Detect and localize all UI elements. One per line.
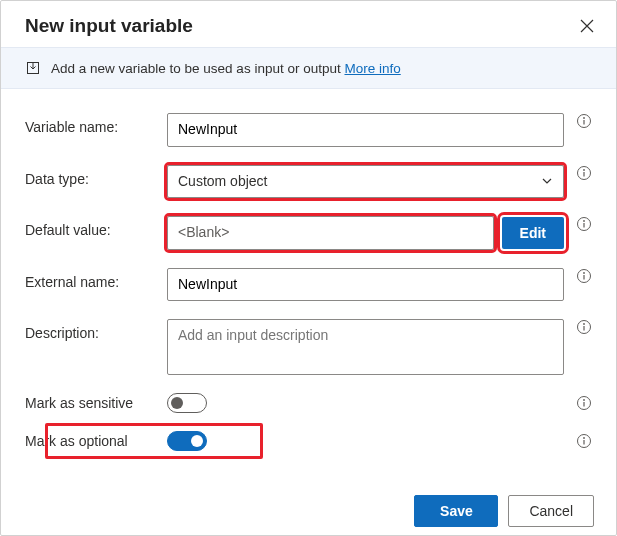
toggle-knob xyxy=(171,397,183,409)
svg-rect-9 xyxy=(583,223,584,228)
info-icon xyxy=(576,433,592,449)
dialog-footer: Save Cancel xyxy=(1,479,616,536)
svg-point-20 xyxy=(583,437,585,439)
row-variable-name: Variable name: xyxy=(25,113,592,147)
mark-optional-toggle[interactable] xyxy=(167,431,207,451)
info-icon xyxy=(576,395,592,411)
description-input[interactable] xyxy=(167,319,564,375)
svg-point-8 xyxy=(583,220,585,222)
variable-name-input[interactable] xyxy=(167,113,564,147)
row-description: Description: xyxy=(25,319,592,375)
svg-point-11 xyxy=(583,272,585,274)
info-icon xyxy=(576,165,592,181)
dialog-form: Variable name: Data type: Custom object xyxy=(1,89,616,479)
close-icon xyxy=(580,19,594,33)
new-input-variable-dialog: New input variable Add a new variable to… xyxy=(0,0,617,536)
external-name-label: External name: xyxy=(25,268,155,290)
external-name-input[interactable] xyxy=(167,268,564,302)
description-info-button[interactable] xyxy=(576,319,592,335)
variable-icon xyxy=(25,60,41,76)
data-type-info-button[interactable] xyxy=(576,165,592,181)
svg-rect-3 xyxy=(583,120,584,125)
info-icon xyxy=(576,319,592,335)
info-icon xyxy=(576,268,592,284)
svg-rect-6 xyxy=(583,172,584,177)
toggle-knob xyxy=(191,435,203,447)
mark-optional-info-button[interactable] xyxy=(576,433,592,449)
external-name-info-button[interactable] xyxy=(576,268,592,284)
svg-point-5 xyxy=(583,169,585,171)
default-value-info-button[interactable] xyxy=(576,216,592,232)
data-type-select[interactable]: Custom object xyxy=(167,165,564,199)
svg-point-14 xyxy=(583,323,585,325)
info-icon xyxy=(576,113,592,129)
mark-sensitive-label: Mark as sensitive xyxy=(25,395,167,411)
mark-sensitive-toggle[interactable] xyxy=(167,393,207,413)
mark-sensitive-info-button[interactable] xyxy=(576,395,592,411)
row-data-type: Data type: Custom object xyxy=(25,165,592,199)
svg-rect-12 xyxy=(583,275,584,280)
close-button[interactable] xyxy=(576,15,598,37)
info-bar-text: Add a new variable to be used as input o… xyxy=(51,61,401,76)
more-info-link[interactable]: More info xyxy=(344,61,400,76)
default-value-label: Default value: xyxy=(25,216,155,238)
dialog-header: New input variable xyxy=(1,1,616,47)
variable-name-info-button[interactable] xyxy=(576,113,592,129)
row-external-name: External name: xyxy=(25,268,592,302)
cancel-button[interactable]: Cancel xyxy=(508,495,594,527)
description-label: Description: xyxy=(25,319,155,341)
default-value-display: <Blank> xyxy=(167,216,494,250)
save-button[interactable]: Save xyxy=(414,495,498,527)
svg-rect-15 xyxy=(583,326,584,331)
svg-rect-18 xyxy=(583,402,584,407)
info-icon xyxy=(576,216,592,232)
data-type-value: Custom object xyxy=(178,172,267,192)
chevron-down-icon xyxy=(541,175,553,187)
svg-point-17 xyxy=(583,399,585,401)
info-bar: Add a new variable to be used as input o… xyxy=(1,47,616,89)
dialog-title: New input variable xyxy=(25,15,193,37)
row-mark-sensitive: Mark as sensitive xyxy=(25,393,592,413)
edit-default-value-button[interactable]: Edit xyxy=(502,217,564,249)
variable-name-label: Variable name: xyxy=(25,113,155,135)
data-type-label: Data type: xyxy=(25,165,155,187)
svg-point-2 xyxy=(583,117,585,119)
row-mark-optional: Mark as optional xyxy=(25,431,592,451)
mark-optional-label: Mark as optional xyxy=(25,433,167,449)
svg-rect-21 xyxy=(583,440,584,445)
row-default-value: Default value: <Blank> Edit xyxy=(25,216,592,250)
